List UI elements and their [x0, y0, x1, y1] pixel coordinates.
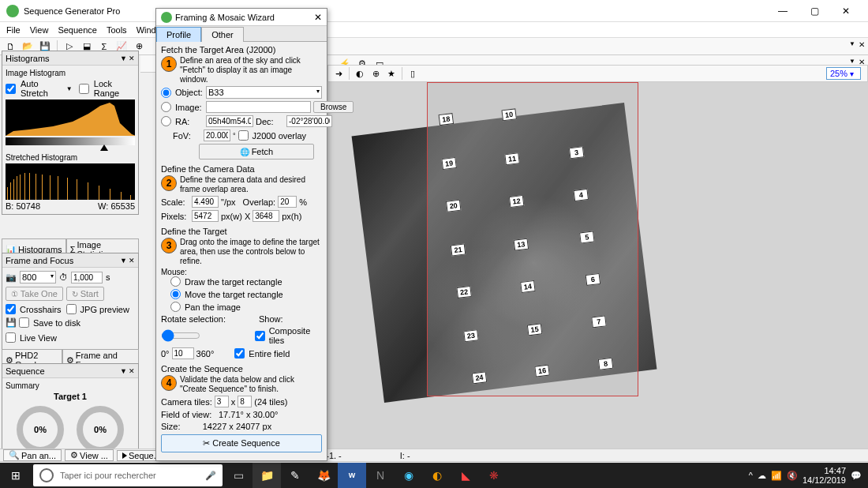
auto-stretch-checkbox[interactable] [6, 84, 16, 94]
composite-checkbox[interactable] [255, 331, 265, 341]
fov-spinner[interactable] [204, 130, 230, 141]
tab-pan[interactable]: 🔍Pan an... [3, 449, 62, 461]
tile-label[interactable]: 19 [441, 157, 457, 170]
exposure-combo[interactable]: 800 [20, 271, 56, 283]
move-radio[interactable] [170, 289, 181, 299]
app2-icon[interactable]: ✎ [281, 463, 309, 488]
tile-label[interactable]: 23 [463, 329, 479, 342]
tile-label[interactable]: 22 [456, 286, 472, 298]
panel-dropdown-icon[interactable]: ▼ [120, 54, 127, 62]
toolbar-close-icon[interactable]: ✕ [859, 40, 865, 49]
panel-icon[interactable]: ▯ [406, 66, 420, 81]
lock-range-checkbox[interactable] [79, 84, 89, 94]
star-icon[interactable]: ★ [384, 66, 398, 81]
word-icon[interactable]: W [338, 463, 366, 488]
tile-label[interactable]: 15 [527, 323, 543, 336]
jpg-checkbox[interactable] [66, 304, 77, 314]
tile-label[interactable]: 16 [534, 365, 550, 377]
tab-profile[interactable]: Profile [156, 27, 201, 42]
image-path-input[interactable] [206, 101, 311, 113]
volume-icon[interactable]: 🔇 [787, 471, 798, 481]
start-button[interactable]: ⊞ [0, 463, 32, 488]
gradient-handle-icon[interactable] [100, 145, 108, 151]
overlap-spinner[interactable] [278, 196, 297, 208]
maximize-button[interactable]: ▢ [799, 6, 830, 17]
panel-close-icon[interactable]: ✕ [129, 54, 135, 62]
rotation-spinner[interactable] [172, 347, 194, 359]
tile-label[interactable]: 20 [446, 200, 462, 212]
liveview-checkbox[interactable] [6, 332, 16, 343]
app6-icon[interactable]: ❋ [480, 463, 508, 488]
object-radio[interactable] [161, 88, 171, 98]
entire-field-checkbox[interactable] [234, 348, 245, 358]
cloud-icon[interactable]: ☁ [758, 471, 766, 481]
auto-stretch-caret-icon[interactable]: ▼ [66, 85, 73, 92]
app4-icon[interactable]: ◉ [395, 463, 423, 488]
tile-label[interactable]: 11 [504, 152, 520, 165]
notifications-icon[interactable]: 💬 [851, 471, 862, 481]
menu-view[interactable]: View [30, 25, 49, 35]
minimize-button[interactable]: — [767, 6, 799, 17]
search-box[interactable]: Taper ici pour rechercher 🎤 [33, 464, 223, 486]
tile-label[interactable]: 24 [472, 371, 488, 384]
crosshair-icon[interactable]: ⊕ [369, 66, 383, 81]
tile-grid[interactable]: 1810191132012421135221462315724168 [395, 82, 668, 408]
tile-label[interactable]: 21 [451, 243, 466, 256]
panel-dropdown-icon[interactable]: ▼ [120, 367, 127, 375]
gradient-slider[interactable] [6, 137, 135, 145]
taskview-icon[interactable]: ▭ [224, 463, 253, 488]
dropdown-caret-icon[interactable]: ▼ [849, 40, 855, 47]
tile-label[interactable]: 4 [573, 189, 589, 201]
mic-icon[interactable]: 🎤 [205, 471, 216, 481]
tile-label[interactable]: 13 [514, 238, 529, 251]
ra-input[interactable] [206, 115, 253, 127]
pan-radio[interactable] [170, 302, 181, 312]
tile-label[interactable]: 3 [569, 146, 585, 159]
pixels-w-spinner[interactable] [192, 210, 219, 222]
tab-other[interactable]: Other [201, 27, 244, 42]
pixels-h-spinner[interactable] [253, 210, 279, 222]
crosshairs-checkbox[interactable] [6, 304, 16, 314]
tiles-x-spinner[interactable] [215, 396, 229, 407]
start-button[interactable]: ↻ Start [66, 287, 104, 301]
dialog-close-icon[interactable]: ✕ [314, 12, 322, 23]
tray-caret-icon[interactable]: ^ [749, 471, 753, 480]
scale-spinner[interactable] [192, 196, 219, 208]
tile-label[interactable]: 18 [439, 113, 455, 126]
panel-dropdown-icon[interactable]: ▼ [120, 257, 127, 265]
menu-sequence[interactable]: Sequence [58, 25, 97, 35]
app5-icon[interactable]: ◣ [451, 463, 480, 488]
tile-label[interactable]: 5 [579, 231, 595, 243]
menu-file[interactable]: File [6, 25, 21, 35]
object-combo[interactable]: B33 [206, 86, 322, 99]
rotation-slider[interactable] [161, 329, 200, 342]
tile-label[interactable]: 7 [591, 315, 607, 328]
app3-icon[interactable]: N [366, 463, 395, 488]
duration-input[interactable] [71, 272, 103, 283]
j2000-checkbox[interactable] [238, 130, 249, 141]
create-sequence-button[interactable]: ✂ Create Sequence [161, 434, 322, 452]
app1-icon[interactable]: 📁 [253, 463, 281, 488]
zoom-combo[interactable]: 25% ▾ [826, 67, 861, 80]
close-button[interactable]: ✕ [830, 6, 862, 17]
save-checkbox[interactable] [19, 317, 29, 328]
tile-label[interactable]: 6 [586, 273, 601, 286]
menu-tools[interactable]: Tools [107, 25, 127, 35]
firefox-icon[interactable]: 🦊 [309, 463, 338, 488]
draw-radio[interactable] [170, 276, 181, 287]
arrow-right-icon[interactable]: ➜ [331, 66, 346, 81]
dialog-titlebar[interactable]: Framing & Mosaic Wizard ✕ [156, 9, 327, 26]
panel-close-icon[interactable]: ✕ [129, 257, 135, 265]
tile-label[interactable]: 12 [509, 195, 525, 208]
image-radio[interactable] [161, 102, 171, 112]
contrast-icon[interactable]: ◐ [353, 66, 367, 81]
tile-label[interactable]: 10 [501, 108, 517, 121]
tiles-y-spinner[interactable] [238, 396, 252, 407]
browse-button[interactable]: Browse [313, 101, 354, 113]
tile-label[interactable]: 8 [598, 358, 614, 370]
wifi-icon[interactable]: 📶 [771, 471, 782, 481]
tile-label[interactable]: 14 [520, 280, 536, 293]
panel-close-icon[interactable]: ✕ [129, 367, 135, 375]
ra-radio[interactable] [161, 116, 171, 126]
sgp-icon[interactable]: ◐ [423, 463, 451, 488]
